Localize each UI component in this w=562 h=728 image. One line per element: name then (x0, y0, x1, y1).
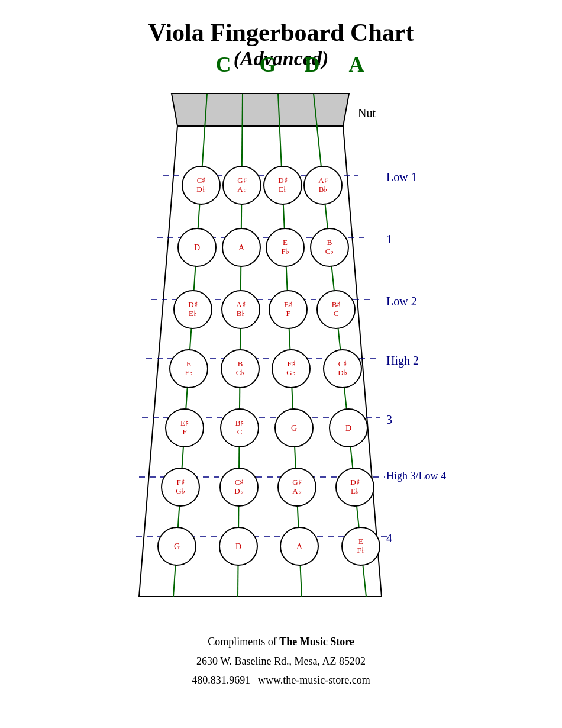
svg-marker-0 (172, 94, 349, 126)
footer-store-name: The Music Store (279, 636, 354, 648)
svg-text:D♭: D♭ (338, 368, 347, 377)
svg-text:D♯: D♯ (188, 300, 197, 309)
svg-text:G♭: G♭ (176, 487, 185, 495)
svg-text:F♯: F♯ (287, 359, 295, 368)
svg-text:D: D (194, 243, 200, 252)
footer-compliments: Compliments of (208, 636, 279, 648)
svg-text:G♯: G♯ (237, 176, 246, 185)
svg-text:A: A (238, 243, 245, 252)
svg-text:F: F (182, 427, 186, 436)
svg-text:D♭: D♭ (234, 487, 243, 495)
svg-text:A♯: A♯ (236, 300, 245, 309)
svg-text:G♯: G♯ (292, 478, 301, 487)
svg-text:G: G (291, 424, 297, 433)
svg-text:A♯: A♯ (318, 176, 327, 185)
label-high3low4: High 3/Low 4 (386, 470, 446, 482)
svg-text:F♭: F♭ (357, 546, 364, 555)
svg-text:B♭: B♭ (319, 185, 328, 194)
svg-text:F♭: F♭ (281, 247, 289, 256)
string-label-c: C (206, 52, 241, 77)
label-3: 3 (386, 413, 392, 426)
svg-text:A♭: A♭ (237, 185, 246, 194)
string-label-g: G (250, 52, 286, 77)
string-label-a: A (339, 52, 374, 77)
svg-text:C♭: C♭ (236, 368, 245, 377)
svg-text:E♭: E♭ (189, 309, 197, 318)
footer-line3: 480.831.9691 | www.the-music-store.com (192, 671, 370, 690)
svg-text:B♭: B♭ (237, 309, 246, 318)
chart-area: C G D A Nut (80, 82, 482, 614)
svg-text:G: G (174, 542, 180, 551)
footer-line1: Compliments of The Music Store (192, 632, 370, 651)
svg-text:C♭: C♭ (325, 247, 334, 256)
svg-text:D: D (235, 542, 241, 551)
svg-text:C♯: C♯ (235, 478, 244, 487)
label-4: 4 (386, 531, 392, 545)
svg-text:D: D (345, 424, 351, 433)
svg-text:E♯: E♯ (284, 300, 292, 309)
page-title: Viola Fingerboard Chart (148, 18, 414, 47)
svg-text:E♯: E♯ (180, 418, 189, 427)
footer-line2: 2630 W. Baseline Rd., Mesa, AZ 85202 (192, 652, 370, 671)
svg-text:D♯: D♯ (350, 478, 359, 487)
svg-text:E: E (358, 537, 363, 546)
label-low2: Low 2 (386, 295, 417, 308)
svg-text:C: C (237, 427, 243, 436)
svg-text:E: E (283, 238, 288, 247)
svg-text:B: B (327, 238, 332, 247)
svg-text:E♭: E♭ (279, 185, 287, 194)
label-1: 1 (386, 233, 392, 246)
svg-text:D♭: D♭ (196, 185, 205, 194)
svg-text:E: E (186, 359, 191, 368)
label-low1: Low 1 (386, 170, 417, 183)
svg-text:A♭: A♭ (292, 487, 301, 495)
svg-text:C♯: C♯ (338, 359, 347, 368)
svg-text:F♯: F♯ (176, 478, 184, 487)
svg-text:E♭: E♭ (351, 487, 359, 495)
svg-text:B♯: B♯ (332, 300, 341, 309)
footer: Compliments of The Music Store 2630 W. B… (192, 632, 370, 690)
svg-text:G♭: G♭ (286, 368, 295, 377)
svg-text:F: F (286, 309, 290, 318)
svg-text:F♭: F♭ (185, 368, 192, 377)
label-high2: High 2 (386, 354, 419, 368)
svg-text:D♯: D♯ (278, 176, 287, 185)
svg-text:C: C (334, 309, 339, 318)
svg-text:A: A (296, 542, 303, 551)
string-label-d: D (295, 52, 330, 77)
fingerboard-svg: Nut (80, 82, 482, 614)
svg-text:B: B (238, 359, 243, 368)
nut-label: Nut (358, 107, 376, 120)
svg-text:B♯: B♯ (235, 418, 244, 427)
svg-text:C♯: C♯ (197, 176, 206, 185)
